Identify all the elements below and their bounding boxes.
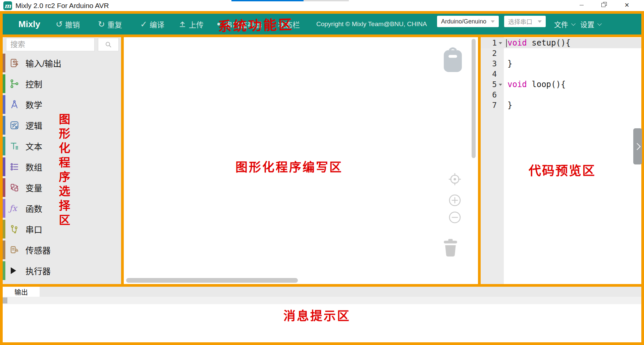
minimize-icon [580, 5, 584, 5]
triangle-expand-icon [11, 267, 16, 274]
minimize-button[interactable] [574, 0, 589, 10]
main-toolbar: Mixly ↺ 撤销 ↻ 重复 ✓ 编译 上传 串口监视器 [3, 14, 641, 34]
search-button[interactable] [98, 38, 119, 51]
chevron-right-icon [633, 143, 640, 150]
search-input[interactable] [6, 38, 95, 51]
chevron-down-icon [491, 20, 495, 23]
close-icon: × [625, 1, 629, 9]
code-line: 2 [481, 48, 641, 59]
search-icon [105, 41, 112, 48]
upload-icon [178, 20, 186, 28]
chevron-down-icon [597, 21, 602, 26]
code-line: 5 void loop(){ [481, 79, 641, 90]
copyright-text: Copyright © Mixly Team@BNU, CHINA [316, 14, 427, 34]
sidebar-item-actuator[interactable]: 执行器 [3, 260, 121, 281]
output-scrollbar-track[interactable] [3, 297, 641, 304]
undo-icon: ↺ [56, 20, 63, 28]
serial-port-icon [9, 224, 19, 234]
category-color-bar [3, 240, 5, 259]
code-line: 7 } [481, 100, 641, 111]
sidebar-item-control[interactable]: 控制 [3, 73, 121, 94]
title-bar: m Mixly 2.0 rc2 For Arduino AVR × [0, 0, 644, 11]
port-select-dropdown[interactable]: 选择串口 [504, 16, 546, 27]
backpack-icon[interactable] [441, 45, 464, 77]
restore-icon [601, 3, 605, 7]
undo-button[interactable]: ↺ 撤销 [56, 14, 80, 34]
code-lines: 1 void setup(){ 2 3 } 4 5 void loop(){ [481, 38, 641, 111]
array-icon [9, 162, 19, 172]
horizontal-scrollbar[interactable] [126, 278, 298, 283]
annotation-code-preview-area: 代码预览区 [529, 161, 596, 179]
code-line: 3 } [481, 59, 641, 69]
sidebar-item-sensor[interactable]: 传感器 [3, 239, 121, 260]
category-color-bar [3, 261, 5, 280]
redo-icon: ↻ [98, 20, 105, 28]
math-icon [9, 99, 19, 110]
fold-toggle-icon[interactable] [497, 38, 504, 48]
trash-icon[interactable] [441, 239, 460, 267]
logic-icon [9, 120, 19, 130]
sidebar-item-math[interactable]: 数学 [3, 94, 121, 115]
collapse-panel-tab[interactable] [633, 128, 642, 164]
category-color-bar [3, 178, 5, 197]
control-icon [9, 79, 19, 89]
check-icon: ✓ [140, 20, 147, 28]
category-color-bar [3, 54, 5, 72]
zoom-in-icon[interactable] [448, 194, 461, 208]
fold-toggle-icon[interactable] [497, 79, 504, 90]
mixly-logo-icon: m [3, 1, 12, 10]
board-select-dropdown[interactable]: Arduino/Genuino [437, 16, 499, 27]
redo-button[interactable]: ↻ 重复 [98, 14, 122, 34]
variable-icon [9, 183, 19, 193]
vertical-scrollbar[interactable] [472, 39, 476, 158]
upload-button[interactable]: 上传 [178, 14, 204, 34]
settings-menu[interactable]: 设置 [580, 14, 601, 34]
mixly-menu-button[interactable]: Mixly [18, 14, 40, 34]
output-tab-row: 输出 [3, 287, 641, 297]
zoom-reset-target-icon[interactable] [448, 172, 462, 187]
code-line: 4 [481, 69, 641, 79]
file-menu[interactable]: 文件 [554, 14, 575, 34]
progress-done-segment [231, 0, 304, 1]
category-color-bar [3, 74, 5, 93]
compile-button[interactable]: ✓ 编译 [140, 14, 164, 34]
chevron-down-icon [538, 20, 542, 23]
chevron-down-icon [571, 21, 576, 26]
category-color-bar [3, 199, 5, 218]
code-line: 6 [481, 90, 641, 100]
annotation-block-selection-area: 图形化程序选择区 [56, 113, 72, 228]
close-button[interactable]: × [619, 0, 635, 10]
io-icon [9, 58, 19, 68]
annotation-program-editing-area: 图形化程序编写区 [235, 157, 343, 175]
category-color-bar [3, 220, 5, 238]
category-color-bar [3, 116, 5, 135]
text-icon [9, 141, 19, 151]
category-color-bar [3, 157, 5, 176]
annotation-message-area: 消息提示区 [283, 306, 351, 324]
function-icon: ƒx [9, 203, 19, 213]
sensor-icon [9, 245, 19, 255]
text-cursor [506, 39, 507, 47]
download-progress-bar [231, 0, 349, 1]
restore-button[interactable] [596, 0, 611, 10]
category-color-bar [3, 95, 5, 114]
category-color-bar [3, 137, 5, 155]
code-line: 1 void setup(){ [481, 38, 641, 48]
annotation-system-function-area: 系统功能区 [218, 14, 293, 35]
window-title: Mixly 2.0 rc2 For Arduino AVR [15, 2, 109, 10]
output-scrollbar-thumb[interactable] [3, 297, 7, 303]
sidebar-item-io[interactable]: 输入/输出 [3, 53, 121, 73]
tab-output[interactable]: 输出 [3, 287, 40, 297]
zoom-out-icon[interactable] [448, 211, 461, 225]
